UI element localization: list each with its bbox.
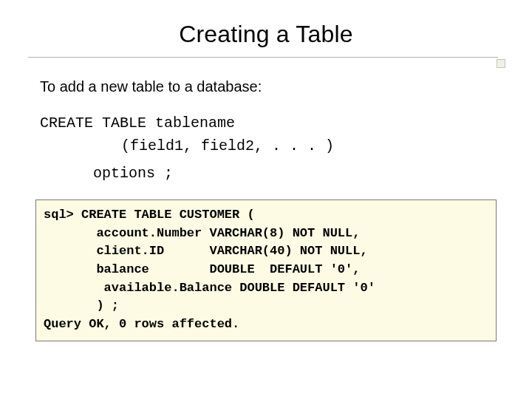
slide-title: Creating a Table bbox=[0, 0, 532, 54]
syntax-line-3: options ; bbox=[93, 162, 492, 185]
corner-decoration bbox=[497, 59, 505, 68]
sql-example-box: sql> CREATE TABLE CUSTOMER ( account.Num… bbox=[35, 200, 497, 341]
intro-text: To add a new table to a database: bbox=[40, 78, 492, 95]
syntax-line-2: (field1, field2, . . . ) bbox=[121, 134, 492, 157]
syntax-line-1: CREATE TABLE tablename bbox=[40, 112, 492, 134]
slide-body: To add a new table to a database: CREATE… bbox=[0, 58, 532, 185]
slide: Creating a Table To add a new table to a… bbox=[0, 0, 532, 399]
